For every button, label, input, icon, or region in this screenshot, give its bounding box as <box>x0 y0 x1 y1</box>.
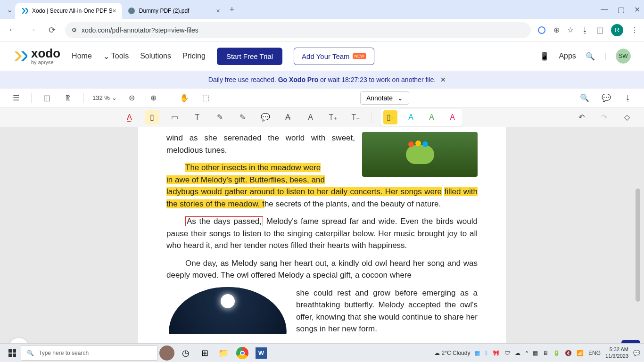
highlight-tool[interactable]: ▯ <box>145 110 159 124</box>
start-button[interactable] <box>4 346 21 361</box>
freetext-tool[interactable]: T <box>190 110 205 124</box>
nav-solutions[interactable]: Solutions <box>140 52 171 60</box>
redo-icon[interactable]: ↷ <box>597 110 611 124</box>
close-window-icon[interactable]: ✕ <box>634 5 640 14</box>
close-icon[interactable]: × <box>113 7 116 15</box>
mode-dropdown[interactable]: Annotate⌄ <box>360 91 409 105</box>
cortana-avatar[interactable] <box>157 346 176 361</box>
color-pink[interactable]: A <box>446 110 460 124</box>
document-viewport[interactable]: wind as she serenaded the world with swe… <box>0 127 644 362</box>
taskbar-search[interactable]: 🔍 Type here to search <box>21 346 157 361</box>
weather-widget[interactable]: ☁ 2°C Cloudy <box>434 350 470 356</box>
note-tool[interactable]: 💬 <box>258 110 272 124</box>
back-button[interactable]: ← <box>6 24 19 37</box>
windows-taskbar: 🔍 Type here to search ◷ ⊞ 📁 W ☁ 2°C Clou… <box>0 343 644 362</box>
nav-pricing[interactable]: Pricing <box>182 52 206 60</box>
security-icon[interactable]: 🛡 <box>504 350 510 356</box>
svg-rect-6 <box>8 349 12 353</box>
volume-icon[interactable]: 🔇 <box>565 350 572 356</box>
bluetooth-icon[interactable]: ᛒ <box>485 350 488 356</box>
tray-box-icon[interactable]: ▦ <box>475 350 480 356</box>
zoom-in-icon[interactable]: ⊕ <box>147 91 160 105</box>
clock[interactable]: 5:32 AM 11/9/2023 <box>605 346 628 359</box>
minimize-icon[interactable]: — <box>601 5 608 14</box>
maximize-icon[interactable]: ▢ <box>618 5 625 14</box>
reload-button[interactable]: ⟳ <box>45 24 58 37</box>
panel-icon[interactable]: ◫ <box>40 91 53 105</box>
download-icon[interactable]: ⭳ <box>581 26 589 34</box>
tray-icon[interactable]: 🎀 <box>493 350 500 356</box>
assist-icon[interactable]: ◷ <box>176 346 195 361</box>
battery-icon[interactable]: 🔋 <box>553 350 560 356</box>
notifications-icon[interactable]: 💬 <box>633 350 640 356</box>
explorer-icon[interactable]: 📁 <box>214 346 233 361</box>
comments-icon[interactable]: 💬 <box>600 91 613 105</box>
eraser-icon[interactable]: ◇ <box>620 110 634 124</box>
apps-link[interactable]: Apps <box>559 52 576 60</box>
chrome-icon[interactable] <box>233 346 252 361</box>
site-settings-icon[interactable]: ⚙ <box>72 27 77 33</box>
close-icon[interactable]: × <box>216 7 220 15</box>
url-input[interactable]: ⚙ xodo.com/pdf-annotator?step=view-files <box>65 22 531 38</box>
strikeout-tool[interactable]: A̶ <box>281 110 295 124</box>
color-cyan[interactable]: A <box>404 110 418 124</box>
language-indicator[interactable]: ENG <box>588 350 601 356</box>
pan-icon[interactable]: ✋ <box>178 91 191 105</box>
squiggly-tool[interactable]: A <box>304 110 318 124</box>
nav-home[interactable]: Home <box>72 52 92 60</box>
search-icon[interactable]: 🔍 <box>578 91 591 105</box>
start-trial-button[interactable]: Start Free Trial <box>217 48 282 65</box>
bookmark-icon[interactable]: ☆ <box>567 25 574 34</box>
svg-rect-7 <box>13 349 16 353</box>
undo-icon[interactable]: ↶ <box>575 110 589 124</box>
tab-active[interactable]: Xodo | Secure All-in-One PDF S × <box>15 3 122 19</box>
menu-icon[interactable]: ☰ <box>9 91 23 105</box>
app-header: xodo by apryse Home ⌄Tools Solutions Pri… <box>0 41 644 71</box>
word-icon[interactable]: W <box>252 346 271 361</box>
google-icon[interactable] <box>537 26 546 34</box>
marker-tool[interactable]: ✎ <box>236 110 250 124</box>
display-icon[interactable]: 🖥 <box>543 350 548 356</box>
profile-avatar[interactable]: R <box>611 24 623 36</box>
add-team-button[interactable]: Add Your TeamNEW <box>294 48 374 65</box>
banner-link[interactable]: Go Xodo Pro <box>278 76 319 83</box>
mobile-icon[interactable]: 📱 <box>540 52 549 61</box>
zoom-out-icon[interactable]: ⊖ <box>125 91 139 105</box>
new-tab-button[interactable]: + <box>230 5 235 15</box>
rectangle-tool[interactable]: ▭ <box>168 110 182 124</box>
select-icon[interactable]: ⬚ <box>199 91 213 105</box>
url-text: xodo.com/pdf-annotator?step=view-files <box>82 26 198 34</box>
install-icon[interactable]: ⊕ <box>553 25 560 34</box>
taskview-icon[interactable]: ⊞ <box>195 346 214 361</box>
download-icon[interactable]: ⭳ <box>621 91 635 105</box>
tab-inactive[interactable]: Dummy PDF (2).pdf × <box>122 3 226 19</box>
highlighted-text: ladybugs would gather around to listen t… <box>166 187 442 196</box>
user-avatar[interactable]: SW <box>616 49 631 64</box>
page-icon[interactable]: 🗎 <box>62 91 75 105</box>
logo[interactable]: xodo by apryse <box>13 47 60 65</box>
menu-icon[interactable]: ⋮ <box>631 25 638 34</box>
svg-point-0 <box>128 8 135 14</box>
search-icon[interactable]: 🔍 <box>586 52 595 61</box>
text-tool-1[interactable]: T₊ <box>326 110 340 124</box>
banner-suffix: to work on another file. <box>367 76 436 83</box>
tabs-dropdown-icon[interactable]: ⌄ <box>4 5 15 14</box>
scrollbar-thumb[interactable] <box>636 189 640 302</box>
text-tool-2[interactable]: T₋ <box>349 110 363 124</box>
network-icon[interactable]: ▦ <box>533 350 538 356</box>
nav-tools[interactable]: ⌄Tools <box>103 52 129 61</box>
tray-up-icon[interactable]: ^ <box>525 350 528 356</box>
banner-prefix: Daily free use reached. <box>208 76 278 83</box>
sidepanel-icon[interactable]: ◫ <box>596 25 603 34</box>
freehand-tool[interactable]: ✎ <box>213 110 227 124</box>
banner-close-icon[interactable]: ✕ <box>440 76 446 83</box>
color-yellow[interactable]: ▯⌄ <box>383 110 397 124</box>
xodo-logo-icon <box>13 49 27 63</box>
zoom-level[interactable]: 132 % ⌄ <box>92 94 117 101</box>
onedrive-icon[interactable]: ☁ <box>515 350 520 356</box>
wifi-icon[interactable]: 📶 <box>577 350 584 356</box>
forward-button[interactable]: → <box>25 24 39 37</box>
banner-time: 18:27:23 <box>341 76 367 83</box>
underline-tool[interactable]: A̲ <box>123 110 137 124</box>
color-green[interactable]: A <box>425 110 439 124</box>
